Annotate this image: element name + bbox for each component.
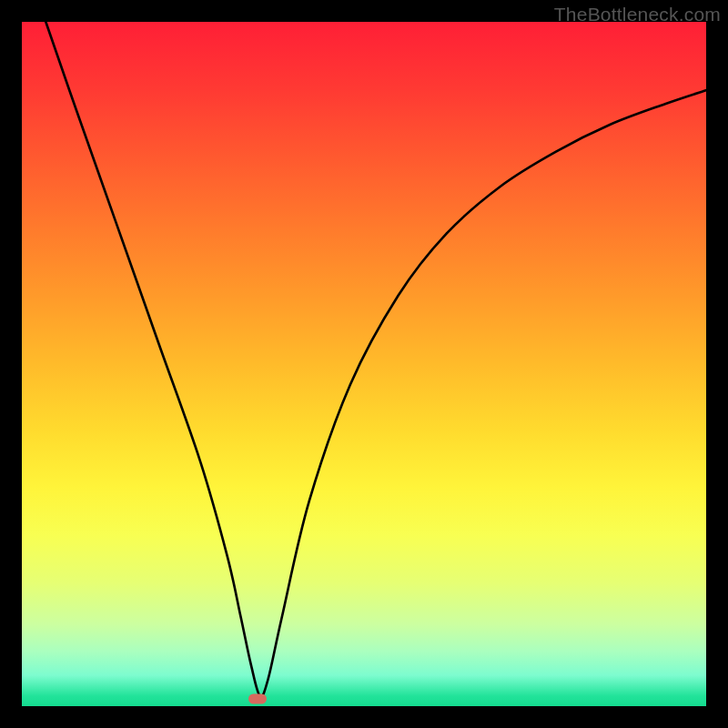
bottleneck-curve	[22, 22, 706, 706]
watermark-text: TheBottleneck.com	[554, 4, 721, 25]
minimum-marker	[248, 694, 267, 704]
plot-frame	[22, 22, 706, 706]
